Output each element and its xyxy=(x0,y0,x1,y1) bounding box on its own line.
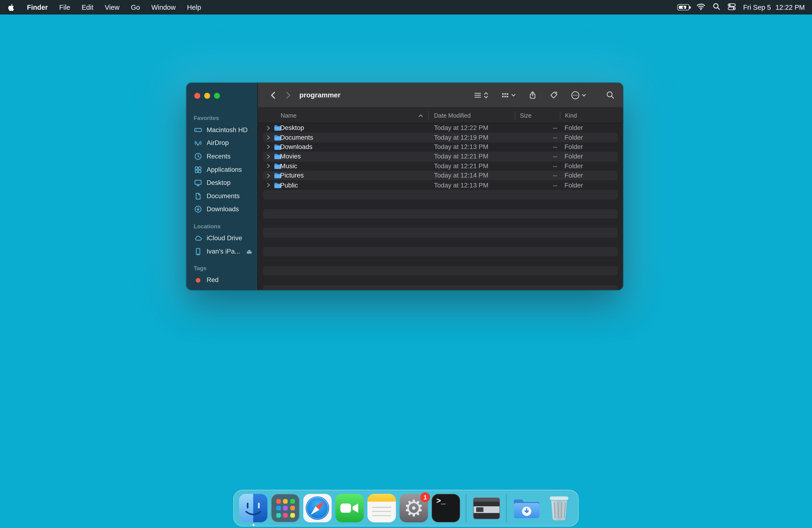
menu-view[interactable]: View xyxy=(99,0,125,14)
dock-safari-icon[interactable] xyxy=(303,494,332,522)
close-button[interactable] xyxy=(194,93,200,99)
list-view-button[interactable] xyxy=(473,91,488,99)
sort-ascending-icon[interactable] xyxy=(418,108,423,123)
eject-icon[interactable]: ⏏ xyxy=(246,248,252,255)
column-header-name[interactable]: Name xyxy=(281,108,297,123)
menu-go[interactable]: Go xyxy=(125,0,145,14)
menu-help[interactable]: Help xyxy=(182,0,207,14)
column-divider[interactable] xyxy=(514,111,515,119)
sidebar-item-label: Orange xyxy=(206,290,229,290)
sidebar-item-ipad[interactable]: Ivan's iPa... ⏏ xyxy=(186,245,257,258)
file-row-downloads[interactable]: Downloads Today at 12:13 PM -- Folder xyxy=(263,142,618,152)
file-row-desktop[interactable]: Desktop Today at 12:22 PM -- Folder xyxy=(263,123,618,133)
menu-bar-clock[interactable]: Fri Sep 5 12:22 PM xyxy=(743,3,804,11)
empty-row-stripe xyxy=(263,276,618,285)
battery-charging-icon[interactable] xyxy=(678,4,689,10)
apple-menu-icon[interactable] xyxy=(0,3,21,12)
disclosure-chevron-icon[interactable] xyxy=(267,161,270,171)
file-size: -- xyxy=(514,171,557,180)
dock-notes-icon[interactable] xyxy=(367,494,396,522)
sidebar-item-label: Ivan's iPa... xyxy=(206,248,240,255)
menu-file[interactable]: File xyxy=(54,0,76,14)
column-header-kind[interactable]: Kind xyxy=(565,108,577,123)
sidebar-item-macintosh-hd[interactable]: Macintosh HD xyxy=(186,123,257,136)
sidebar-item-airdrop[interactable]: AirDrop xyxy=(186,136,257,150)
menu-bar-left: Finder File Edit View Go Window Help xyxy=(0,0,207,14)
file-name: Music xyxy=(280,161,298,171)
sidebar-item-tag-orange[interactable]: Orange xyxy=(186,287,257,290)
file-name: Documents xyxy=(280,133,313,142)
sidebar-item-desktop[interactable]: Desktop xyxy=(186,176,257,190)
file-name: Public xyxy=(280,180,298,190)
file-size: -- xyxy=(514,180,557,190)
file-name: Desktop xyxy=(280,123,304,133)
menu-edit[interactable]: Edit xyxy=(76,0,99,14)
file-size: -- xyxy=(514,142,557,152)
sidebar-item-downloads[interactable]: Downloads xyxy=(186,203,257,216)
empty-row-stripe xyxy=(263,266,618,275)
sidebar-item-label: Red xyxy=(206,277,218,284)
zoom-button[interactable] xyxy=(214,93,220,99)
sidebar-item-label: Documents xyxy=(206,192,240,200)
empty-row-stripe xyxy=(263,200,618,209)
file-kind: Folder xyxy=(565,123,583,133)
minimize-button[interactable] xyxy=(204,93,210,99)
back-button[interactable] xyxy=(266,88,281,102)
dock-system-settings-icon[interactable]: ⚙ 1 xyxy=(400,494,428,522)
dock-facetime-icon[interactable] xyxy=(335,494,364,522)
column-header-size[interactable]: Size xyxy=(520,108,532,123)
dock-minimized-window-thumbnail[interactable] xyxy=(472,494,501,522)
wifi-icon[interactable] xyxy=(696,3,705,12)
file-row-public[interactable]: Public Today at 12:13 PM -- Folder xyxy=(263,180,618,190)
dock-terminal-icon[interactable]: >_ xyxy=(432,494,460,522)
dock-finder-icon[interactable] xyxy=(239,494,267,522)
sidebar-item-recents[interactable]: Recents xyxy=(186,150,257,163)
share-button[interactable] xyxy=(528,90,537,99)
search-icon[interactable] xyxy=(606,90,615,99)
sidebar-item-icloud-drive[interactable]: iCloud Drive xyxy=(186,232,257,245)
file-kind: Folder xyxy=(565,161,583,171)
dock-downloads-stack-icon[interactable] xyxy=(512,494,541,522)
sidebar-section-tags: Tags Red Orange xyxy=(186,263,257,290)
menu-window[interactable]: Window xyxy=(146,0,182,14)
notification-badge: 1 xyxy=(420,492,430,502)
sidebar-item-documents[interactable]: Documents xyxy=(186,189,257,203)
tags-button[interactable] xyxy=(549,90,558,99)
dock-trash-icon[interactable] xyxy=(545,494,573,522)
sidebar-item-applications[interactable]: Applications xyxy=(186,163,257,176)
column-divider[interactable] xyxy=(428,111,429,119)
disclosure-chevron-icon[interactable] xyxy=(267,171,270,180)
disclosure-chevron-icon[interactable] xyxy=(267,152,270,161)
spotlight-search-icon[interactable] xyxy=(713,3,721,12)
disclosure-chevron-icon[interactable] xyxy=(267,142,270,152)
sidebar-item-label: Macintosh HD xyxy=(206,126,247,134)
control-center-icon[interactable] xyxy=(728,2,736,12)
more-actions-button[interactable] xyxy=(571,90,586,100)
sidebar-item-label: Applications xyxy=(206,166,242,173)
menu-bar: Finder File Edit View Go Window Help xyxy=(0,0,812,14)
disclosure-chevron-icon[interactable] xyxy=(267,123,270,133)
dock-separator xyxy=(506,494,507,522)
empty-row-stripe xyxy=(263,285,618,290)
dock-launchpad-icon[interactable] xyxy=(271,494,300,522)
sidebar-item-label: Downloads xyxy=(206,206,239,213)
group-view-button[interactable] xyxy=(501,91,516,99)
disclosure-chevron-icon[interactable] xyxy=(267,133,270,142)
empty-row-stripe xyxy=(263,228,618,237)
file-date-modified: Today at 12:13 PM xyxy=(434,142,489,152)
file-row-pictures[interactable]: Pictures Today at 12:14 PM -- Folder xyxy=(263,171,618,180)
column-header-date-modified[interactable]: Date Modified xyxy=(434,108,471,123)
sidebar-item-tag-red[interactable]: Red xyxy=(186,274,257,287)
menu-finder[interactable]: Finder xyxy=(21,0,54,14)
forward-button[interactable] xyxy=(281,88,295,102)
file-kind: Folder xyxy=(565,180,583,190)
file-row-movies[interactable]: Movies Today at 12:21 PM -- Folder xyxy=(263,152,618,161)
file-row-documents[interactable]: Documents Today at 12:19 PM -- Folder xyxy=(263,133,618,142)
file-row-music[interactable]: Music Today at 12:21 PM -- Folder xyxy=(263,161,618,171)
column-divider[interactable] xyxy=(560,111,560,119)
file-kind: Folder xyxy=(565,152,583,161)
disclosure-chevron-icon[interactable] xyxy=(267,180,270,190)
empty-row-stripe xyxy=(263,247,618,256)
red-tag-icon xyxy=(195,278,200,282)
sidebar-section-title: Tags xyxy=(186,263,257,274)
